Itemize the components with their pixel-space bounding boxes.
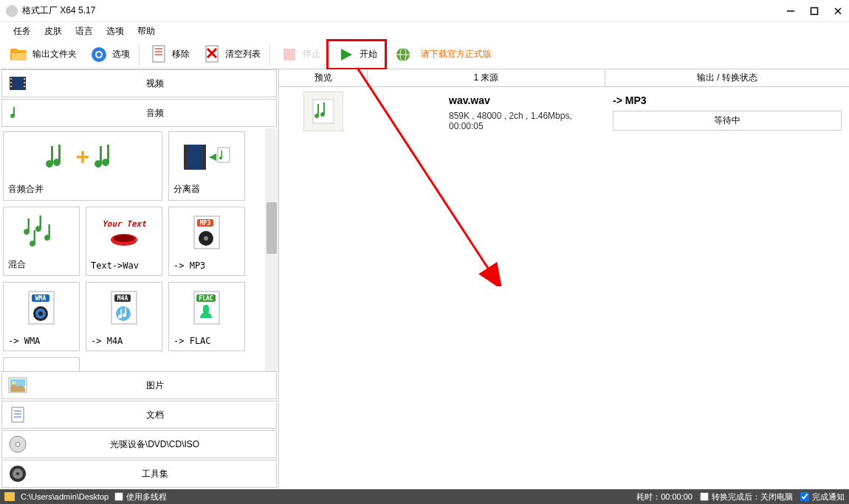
tool-to-flac[interactable]: FLAC -> FLAC [168,282,245,351]
menu-skin[interactable]: 皮肤 [38,24,68,39]
category-doc[interactable]: 文档 [1,401,277,429]
svg-text:WMA: WMA [35,295,47,302]
image-icon [7,374,29,396]
minimize-button[interactable] [786,6,796,16]
category-image-label: 图片 [33,379,276,392]
separator [139,44,140,66]
tool-mix[interactable]: 混合 [3,207,80,276]
video-icon [7,72,29,94]
main-area: 视频 音频 + 音频合并 分离器 混合 Your [0,69,849,489]
file-target: -> MP3 [613,94,842,106]
multithread-label: 使用多线程 [126,491,167,503]
start-highlight-box: 开始 [326,39,387,70]
audio-merge-icon: + [4,132,162,182]
svg-point-54 [116,306,131,321]
stop-icon [279,44,300,65]
output-folder-button[interactable]: 输出文件夹 [3,41,83,68]
download-link[interactable]: 请下载官方正式版 [387,41,498,68]
stop-button[interactable]: 停止 [273,41,326,68]
elapsed-time: 耗时：00:00:00 [636,491,692,503]
svg-point-39 [114,235,134,242]
clear-icon [202,44,222,65]
notify-toggle[interactable]: 完成通知 [800,491,845,503]
svg-point-30 [24,86,25,87]
tool-more[interactable] [3,357,80,371]
svg-text:FLAC: FLAC [199,295,213,302]
tool-audio-merge[interactable]: + 音频合并 [3,131,162,201]
audio-tools-panel: + 音频合并 分离器 混合 Your Text Text->Wav MP3 [0,128,278,371]
svg-rect-5 [10,49,18,53]
svg-rect-62 [12,407,24,422]
category-tools-label: 工具集 [33,468,276,480]
disc-icon [7,433,29,455]
menu-task[interactable]: 任务 [7,24,37,39]
content-area: 预览 1 来源 输出 / 转换状态 wav.wav 859K , 48000 ,… [279,69,849,489]
close-button[interactable] [833,6,843,16]
output-path[interactable]: C:\Users\admin\Desktop [21,492,109,501]
tool-text-to-wav[interactable]: Your Text Text->Wav [86,207,162,276]
play-icon [336,44,357,65]
svg-rect-58 [203,305,209,314]
svg-point-28 [24,78,25,80]
scrollbar-thumb[interactable] [267,202,277,254]
col-source[interactable]: 1 来源 [368,69,605,86]
svg-text:+: + [76,143,89,169]
tool-mp3-label: -> MP3 [169,259,244,272]
folder-icon [4,492,15,501]
file-row[interactable]: wav.wav 859K , 48000 , 2ch , 1.46Mbps, 0… [279,87,849,139]
tool-to-m4a[interactable]: M4A -> M4A [86,282,162,351]
separator [269,44,270,66]
category-image[interactable]: 图片 [1,371,277,399]
mix-icon [4,207,79,257]
window-title: 格式工厂 X64 5.17 [22,4,786,17]
svg-point-67 [16,442,20,446]
svg-rect-36 [218,148,230,162]
clear-label: 清空列表 [225,48,261,61]
category-optical-label: 光驱设备\DVD\CD\ISO [33,438,276,451]
options-button[interactable]: 选项 [83,41,136,68]
col-preview[interactable]: 预览 [279,69,368,86]
notify-label: 完成通知 [812,491,845,503]
sidebar-scrollbar[interactable] [265,128,278,371]
svg-point-44 [204,236,208,241]
category-doc-label: 文档 [33,409,276,421]
svg-rect-33 [184,145,188,170]
audio-icon [7,102,29,124]
clear-list-button[interactable]: 清空列表 [196,41,267,68]
file-thumbnail [303,92,343,131]
svg-point-29 [24,82,25,83]
tool-separator[interactable]: 分离器 [168,131,245,201]
svg-point-50 [38,311,43,316]
category-optical[interactable]: 光驱设备\DVD\CD\ISO [1,430,277,458]
tool-text-wav-label: Text->Wav [86,259,162,272]
flac-icon: FLAC [169,283,244,334]
multithread-toggle[interactable]: 使用多线程 [114,491,167,503]
tool-m4a-label: -> M4A [86,334,162,348]
file-status: 等待中 [613,111,842,131]
col-output[interactable]: 输出 / 转换状态 [605,69,849,86]
tool-separator-label: 分离器 [169,182,244,197]
category-tools[interactable]: 工具集 [1,460,277,488]
tool-audio-merge-label: 音频合并 [4,182,162,197]
category-video[interactable]: 视频 [1,69,277,97]
svg-point-26 [10,82,12,83]
tool-to-wma[interactable]: WMA -> WMA [3,282,80,351]
tools-icon [7,463,29,485]
menu-help[interactable]: 帮助 [131,24,161,39]
svg-point-27 [10,86,12,87]
svg-point-25 [10,78,12,80]
menu-option[interactable]: 选项 [100,24,130,39]
start-button[interactable]: 开始 [331,43,382,66]
svg-marker-18 [341,49,352,61]
file-thumbnail-cell [279,92,368,134]
separator-icon [169,132,244,182]
remove-label: 移除 [172,48,190,61]
remove-button[interactable]: 移除 [142,41,196,68]
maximize-button[interactable] [809,6,819,16]
after-convert-toggle[interactable]: 转换完成后：关闭电脑 [700,491,793,503]
category-audio[interactable]: 音频 [1,99,277,127]
menu-lang[interactable]: 语言 [69,24,99,39]
svg-rect-17 [283,49,295,61]
tool-to-mp3[interactable]: MP3 -> MP3 [168,207,245,276]
menu-bar: 任务 皮肤 语言 选项 帮助 [0,22,849,40]
